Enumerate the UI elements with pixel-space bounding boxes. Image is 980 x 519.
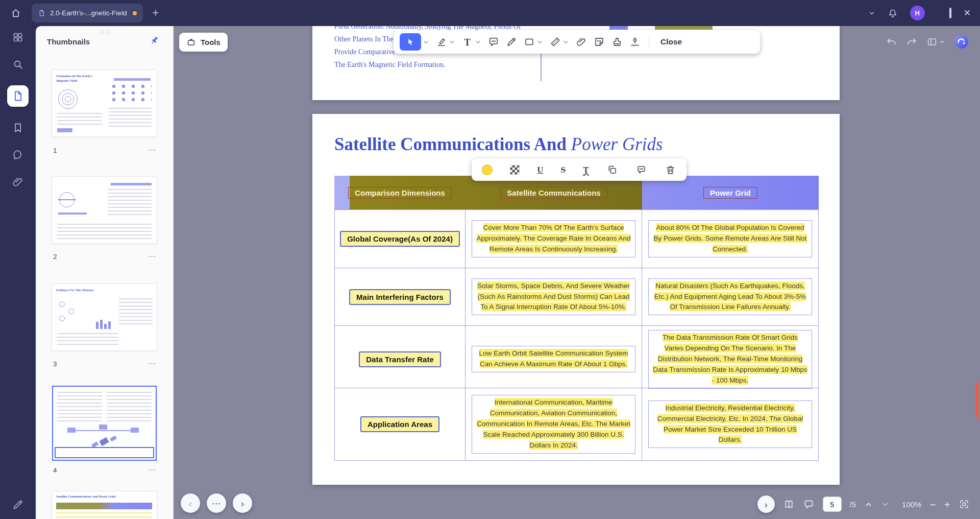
document-icon [38,9,45,17]
chevron-down-icon[interactable] [475,39,481,45]
more-options-button[interactable]: ⋯ [207,493,226,513]
home-button[interactable] [8,6,23,21]
tools-button[interactable]: Tools [179,33,228,52]
reading-mode-icon[interactable] [783,499,795,510]
trash-icon[interactable] [665,164,676,176]
maximize-icon [949,8,951,18]
strikethrough-button[interactable]: S [561,166,566,174]
opacity-checker-icon[interactable] [510,165,520,175]
document-canvas: Field Generation. Additionally, Studying… [174,26,980,519]
header-label[interactable]: Satellite Communications [500,187,607,199]
copy-icon[interactable] [606,164,618,176]
titlebar-right: H ✕ [868,6,980,20]
highlight-annotation[interactable]: Industrial Electricity, Residential Elec… [648,400,812,449]
view-mode-button[interactable] [926,36,945,48]
highlight-annotation[interactable]: Cover More Than 70% Of The Earth's Surfa… [472,220,635,257]
thumbnail-menu-button[interactable]: ⋯ [148,466,157,474]
page-up-icon[interactable] [864,500,873,509]
new-tab-button[interactable]: + [152,7,159,19]
ai-assistant-button[interactable] [954,34,969,49]
bookmark-icon[interactable] [12,122,24,134]
thumbnail-page-4-selected[interactable] [52,386,157,461]
measure-tool-icon[interactable] [549,36,561,48]
close-window-button[interactable]: ✕ [964,9,971,17]
color-swatch-button[interactable] [482,164,493,175]
chevron-down-icon[interactable] [449,39,455,45]
attachment-tool-icon[interactable] [575,36,587,48]
notifications-button[interactable] [888,8,898,18]
header-label[interactable]: Power Grid [703,187,757,199]
thumbnail-page-2[interactable] [52,177,157,243]
highlight-tool-icon[interactable] [435,36,447,48]
satellite-cell: International Communication, Maritime Co… [465,388,642,460]
titlebar: 2.0-Earth's-...gnetic-Field + H ✕ [0,0,980,26]
sticker-tool-icon[interactable] [593,36,605,48]
previous-button[interactable]: ‹ [181,493,200,513]
thumbnail-page-5[interactable]: Satellite Communications And Power Grids [52,491,157,519]
highlighted-label[interactable]: Main Interfering Factors [349,289,451,305]
maximize-button[interactable] [949,9,951,18]
thumbnail-menu-button[interactable]: ⋯ [148,252,157,261]
highlight-annotation[interactable]: Solar Storms, Space Debris, And Severe W… [472,278,635,316]
panel-drag-handle-icon[interactable] [99,30,110,34]
thumbnails-panel-icon[interactable] [7,85,29,107]
page-down-icon[interactable] [881,500,890,509]
chevron-down-icon[interactable] [562,39,569,45]
highlighted-label[interactable]: Data Transfer Rate [359,351,441,367]
thumbnail-art [100,320,103,329]
stamp-tool-icon[interactable] [611,36,623,48]
close-toolbar-button[interactable]: Close [657,37,685,46]
thumbnail-menu-button[interactable]: ⋯ [148,360,157,368]
titlebar-chevron-down-icon[interactable] [868,10,875,17]
undo-icon[interactable] [886,36,897,48]
comment-icon[interactable] [635,164,647,176]
shape-tool-icon[interactable] [523,36,535,48]
thumbnail-menu-button[interactable]: ⋯ [148,146,157,154]
thumbnail-art [119,298,153,327]
annotation-toolbar: T Close [394,30,760,54]
zoom-out-button[interactable]: − [929,499,936,510]
apps-grid-icon[interactable] [12,31,24,43]
zoom-in-button[interactable]: + [944,499,950,510]
chevron-down-icon[interactable] [423,39,429,45]
thumbnail-page-1[interactable]: Formation Of The Earth's Magnetic Field [52,70,157,136]
highlight-annotation[interactable]: Low Earth Orbit Satellite Communication … [472,346,635,372]
diagram-remnant-art [609,26,628,30]
highlight-annotation[interactable]: International Communication, Maritime Co… [472,395,635,454]
power-cell: About 80% Of The Global Population Is Co… [642,210,819,268]
page-number-input[interactable] [823,497,842,512]
search-icon[interactable] [12,58,24,70]
pin-icon[interactable] [146,33,162,49]
select-tool-button[interactable] [400,33,421,51]
attachment-icon[interactable] [12,176,24,188]
scrollbar-thumb[interactable] [975,382,978,418]
underline-button[interactable]: U [537,166,543,174]
expand-panel-button[interactable]: › [757,496,775,513]
signature-pen-icon[interactable] [12,499,24,511]
help-chat-icon[interactable] [12,149,24,161]
thumbnail-art [112,84,152,104]
highlight-annotation[interactable]: About 80% Of The Global Population Is Co… [648,220,812,257]
avatar[interactable]: H [910,6,925,20]
comments-panel-icon[interactable] [803,499,815,510]
pen-tool-icon[interactable] [505,36,517,48]
redo-icon[interactable] [906,36,918,48]
highlight-annotation[interactable]: Natural Disasters (Such As Earthquakes, … [648,278,812,316]
highlight-annotation[interactable]: The Data Transmission Rate Of Smart Grid… [648,330,812,389]
thumbnail-page-3[interactable]: Evidence For The Theories [52,284,157,350]
comment-tool-icon[interactable] [487,36,499,48]
highlighted-label[interactable]: Application Areas [360,416,439,432]
thumbnail-meta: 2 ⋯ [53,251,157,262]
header-label[interactable]: Comparison Dimensions [348,187,452,199]
signature-tool-icon[interactable] [629,36,641,48]
highlighted-label[interactable]: Global Coverage(As Of 2024) [340,231,460,247]
satellite-cell: Solar Storms, Space Debris, And Severe W… [465,268,642,325]
squiggly-button[interactable]: T [583,166,589,174]
document-tab[interactable]: 2.0-Earth's-...gnetic-Field [32,4,143,22]
fit-page-icon[interactable] [959,499,970,510]
text-tool-icon[interactable]: T [461,36,473,48]
next-button[interactable]: › [233,493,252,513]
page-viewport-indicator[interactable] [55,447,154,458]
chevron-down-icon[interactable] [536,39,543,45]
page-number: 2 [53,253,57,261]
